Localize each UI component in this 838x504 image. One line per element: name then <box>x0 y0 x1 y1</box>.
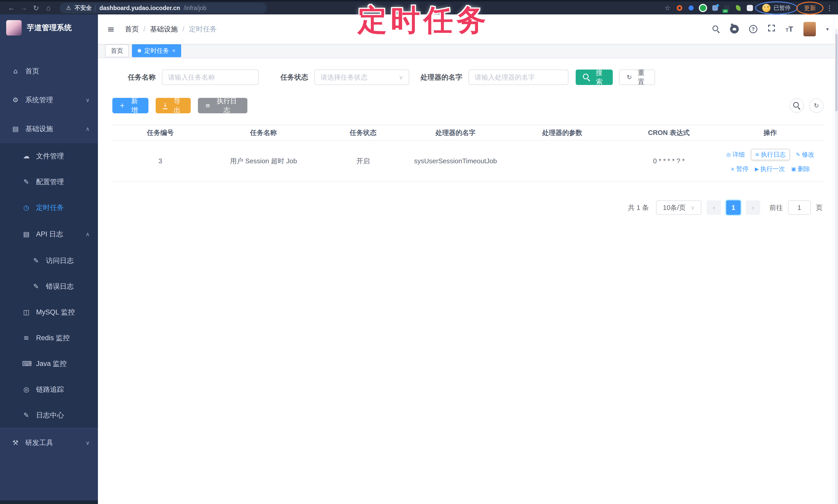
extension-orange-icon[interactable] <box>677 5 682 11</box>
sidebar-item-scheduled-jobs[interactable]: ◷ 定时任务 <box>0 195 98 220</box>
extension-dark-icon[interactable]: on <box>724 5 730 11</box>
chevron-up-icon: ∧ <box>86 231 90 237</box>
sidebar-item-dev-tools[interactable]: ⚒ 研发工具 ∨ <box>0 428 98 457</box>
select-caret-icon: ∨ <box>691 204 695 211</box>
font-size-icon[interactable]: TT <box>786 25 793 33</box>
run-once-link[interactable]: ▶ 执行一次 <box>755 165 785 173</box>
home-icon: ⌂ <box>11 67 20 75</box>
extension-green-icon[interactable] <box>700 5 706 11</box>
table-toolbar: + 新增 ↓ 导出 ≡ 执行日志 ↻ <box>112 98 824 113</box>
pause-link[interactable]: × 暂停 <box>730 165 749 173</box>
edit-link[interactable]: ✎ 修改 <box>796 150 814 159</box>
page-1-button[interactable]: 1 <box>726 200 740 215</box>
sidebar-item-system-mgmt[interactable]: ⚙ 系统管理 ∨ <box>0 86 98 114</box>
toggle-search-button[interactable] <box>789 98 804 113</box>
table-header-row: 任务编号 任务名称 任务状态 处理器的名字 处理器的参数 CRON 表达式 操作 <box>112 125 824 140</box>
browser-back-icon[interactable]: ← <box>5 4 18 12</box>
job-log-link[interactable]: ≡ 执行日志 <box>751 149 790 160</box>
sidebar-item-label: Redis 监控 <box>36 333 70 343</box>
sidebar-item-log-center[interactable]: ✎ 日志中心 <box>0 402 98 428</box>
bookmark-star-icon[interactable]: ☆ <box>665 4 670 12</box>
col-handler-param: 处理器的参数 <box>504 125 621 140</box>
handler-name-input[interactable] <box>469 70 569 85</box>
breadcrumb-home[interactable]: 首页 <box>125 24 139 34</box>
execution-log-button[interactable]: ≡ 执行日志 <box>198 98 247 113</box>
export-button[interactable]: ↓ 导出 <box>156 98 191 113</box>
tab-close-icon[interactable]: × <box>172 48 175 54</box>
sidebar-item-error-logs[interactable]: ✎ 错误日志 <box>0 273 98 299</box>
sidebar-item-api-logs[interactable]: ▤ API 日志 ∧ <box>0 220 98 248</box>
detail-link[interactable]: ◎ 详细 <box>726 150 745 159</box>
tab-scheduled-jobs[interactable]: 定时任务 × <box>132 44 181 57</box>
page-scrollbar[interactable] <box>835 29 838 504</box>
scrollbar-thumb[interactable] <box>835 34 837 111</box>
breadcrumb-infrastructure[interactable]: 基础设施 <box>150 24 178 34</box>
help-icon[interactable]: ? <box>749 25 757 33</box>
main-area: ≡ 首页 / 基础设施 / 定时任务 ? TT ▾ <box>98 14 838 504</box>
extension-leaf-icon[interactable] <box>736 5 740 11</box>
extension-blue-icon[interactable] <box>688 5 694 11</box>
add-button[interactable]: + 新增 <box>112 98 149 113</box>
job-name-input[interactable] <box>162 70 259 85</box>
browser-reload-icon[interactable]: ↻ <box>30 4 42 12</box>
security-label: 不安全 <box>75 4 92 12</box>
job-status-label: 任务状态 <box>280 73 308 82</box>
extension-puzzle-blue-icon[interactable] <box>712 5 718 11</box>
address-bar[interactable]: ⚠ 不安全 dashboard.yudao.iocoder.cn /infra/… <box>60 3 267 13</box>
sidebar-item-mysql-monitor[interactable]: ◫ MySQL 监控 <box>0 299 98 325</box>
sidebar-item-label: 日志中心 <box>36 411 64 420</box>
sidebar-item-trace[interactable]: ◎ 链路追踪 <box>0 377 98 402</box>
browser-home-icon[interactable]: ⌂ <box>42 4 55 12</box>
sidebar-item-home[interactable]: ⌂ 首页 <box>0 57 98 86</box>
goto-page-input[interactable] <box>788 200 811 215</box>
cell-job-status: 开启 <box>318 140 407 182</box>
url-path: /infra/job <box>184 5 206 12</box>
breadcrumb-separator: / <box>143 25 145 33</box>
breadcrumb-current: 定时任务 <box>189 24 217 34</box>
pause-link-label: 暂停 <box>736 165 749 173</box>
user-avatar[interactable] <box>803 22 816 36</box>
browser-forward-icon[interactable]: → <box>18 4 30 12</box>
profile-emoji-avatar <box>762 4 770 12</box>
sidebar-item-infrastructure[interactable]: ▤ 基础设施 ∧ <box>0 114 98 143</box>
reset-button[interactable]: ↻ 重置 <box>619 70 655 85</box>
refresh-icon: ↻ <box>814 103 819 109</box>
redis-icon: ≋ <box>22 334 30 342</box>
sidebar-item-label: 配置管理 <box>36 177 64 186</box>
delete-link[interactable]: ▣ 删除 <box>791 165 810 173</box>
refresh-table-button[interactable]: ↻ <box>809 98 824 113</box>
page-size-select[interactable]: 10条/页 ∨ <box>656 200 701 215</box>
tab-label: 首页 <box>111 47 123 55</box>
app-logo-row[interactable]: 芋道管理系统 <box>0 14 98 41</box>
fullscreen-icon[interactable] <box>768 24 775 34</box>
browser-update-button[interactable]: 更新 <box>800 4 820 13</box>
tab-home[interactable]: 首页 <box>105 44 129 57</box>
search-icon[interactable] <box>713 25 720 33</box>
sidebar-item-config-mgmt[interactable]: ✎ 配置管理 <box>0 169 98 195</box>
sidebar-item-label: 系统管理 <box>25 95 53 105</box>
page-size-value: 10条/页 <box>663 203 686 212</box>
sidebar-item-label: 基础设施 <box>25 124 53 133</box>
search-button[interactable]: 搜索 <box>576 70 613 85</box>
sidebar-item-java-monitor[interactable]: ⌨ Java 监控 <box>0 351 98 377</box>
java-icon: ⌨ <box>22 360 30 367</box>
eye-icon: ◎ <box>726 152 731 157</box>
detail-link-label: 详细 <box>732 150 745 159</box>
sidebar-item-label: 研发工具 <box>25 438 53 447</box>
sidebar-item-file-mgmt[interactable]: ☁ 文件管理 <box>0 143 98 169</box>
prev-page-button[interactable]: ‹ <box>706 200 721 215</box>
sidebar-item-access-logs[interactable]: ✎ 访问日志 <box>0 248 98 273</box>
sidebar-item-redis-monitor[interactable]: ≋ Redis 监控 <box>0 325 98 351</box>
cloud-icon: ☁ <box>22 152 30 160</box>
github-icon[interactable] <box>730 25 739 34</box>
cell-job-id: 3 <box>112 140 208 182</box>
next-page-button[interactable]: › <box>746 200 760 215</box>
sidebar-collapse-icon[interactable]: ≡ <box>107 24 115 34</box>
extensions-menu-icon[interactable] <box>747 5 753 11</box>
cell-actions: ◎ 详细 ≡ 执行日志 ✎ 修改 <box>717 140 824 182</box>
browser-profile-chip[interactable]: 已暂停 <box>759 3 794 13</box>
browser-menu-icon[interactable]: ⋮ <box>826 4 833 12</box>
sidebar-menu: ⌂ 首页 ⚙ 系统管理 ∨ ▤ 基础设施 ∧ ☁ 文件管理 ✎ 配置管 <box>0 57 98 457</box>
job-status-select[interactable]: 请选择任务状态 ∨ <box>314 70 409 85</box>
avatar-dropdown-caret-icon[interactable]: ▾ <box>826 26 829 32</box>
